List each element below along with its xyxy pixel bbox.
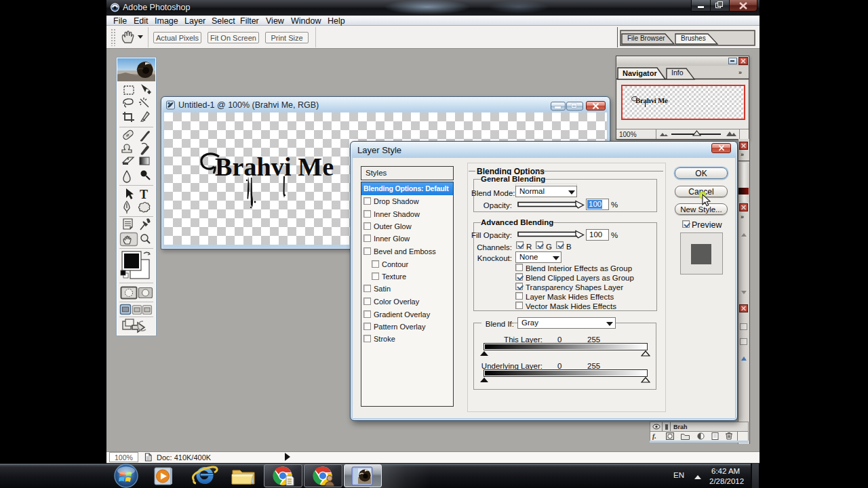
svg-text:Brahvi Me: Brahvi Me — [635, 96, 668, 104]
svg-text:File Browser: File Browser — [627, 35, 665, 42]
svg-text:Brushes: Brushes — [681, 35, 706, 42]
svg-text:Navigator: Navigator — [623, 69, 657, 77]
svg-text:T: T — [140, 188, 148, 201]
svg-text:Brahvi Me: Brahvi Me — [215, 152, 334, 181]
svg-text:»: » — [738, 69, 742, 76]
svg-text:Info: Info — [671, 68, 684, 77]
